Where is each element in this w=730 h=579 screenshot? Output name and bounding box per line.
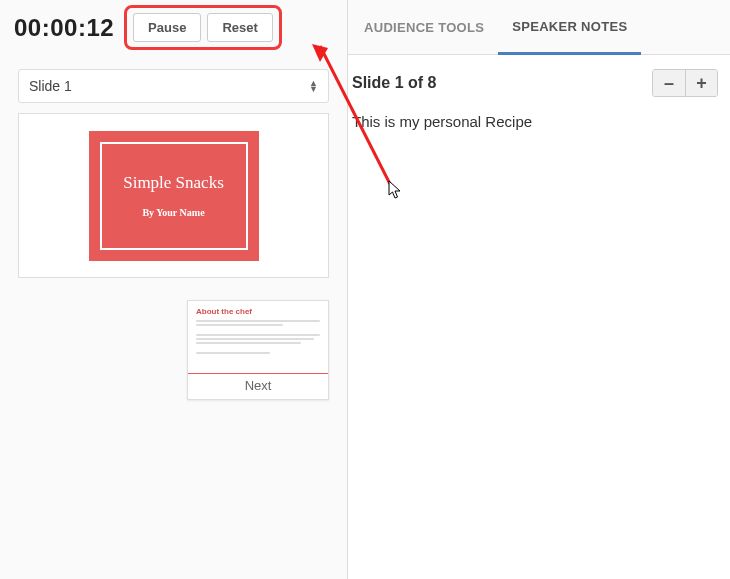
- zoom-in-button[interactable]: +: [685, 70, 717, 96]
- zoom-controls: – +: [652, 69, 718, 97]
- next-slide-heading: About the chef: [196, 307, 320, 316]
- next-slide-preview[interactable]: About the chef Next: [187, 300, 329, 400]
- slide-subtitle: By Your Name: [142, 207, 204, 218]
- reset-button[interactable]: Reset: [207, 13, 272, 42]
- pause-button[interactable]: Pause: [133, 13, 201, 42]
- tab-speaker-notes[interactable]: SPEAKER NOTES: [498, 0, 641, 55]
- next-label: Next: [188, 374, 328, 399]
- spinner-icon: ▲▼: [309, 80, 318, 92]
- slide-selector-label: Slide 1: [29, 78, 72, 94]
- current-slide-preview[interactable]: Simple Snacks By Your Name: [18, 113, 329, 278]
- timer-display: 00:00:12: [14, 14, 114, 42]
- timer-buttons-highlight: Pause Reset: [124, 5, 282, 50]
- notes-slide-indicator: Slide 1 of 8: [352, 74, 436, 92]
- left-panel: 00:00:12 Pause Reset Slide 1 ▲▼ Simple S…: [0, 0, 348, 579]
- slide-selector[interactable]: Slide 1 ▲▼: [18, 69, 329, 103]
- zoom-out-button[interactable]: –: [653, 70, 685, 96]
- tab-audience-tools[interactable]: AUDIENCE TOOLS: [350, 0, 498, 54]
- right-panel: AUDIENCE TOOLS SPEAKER NOTES Slide 1 of …: [348, 0, 730, 579]
- speaker-notes-text: This is my personal Recipe: [348, 109, 730, 134]
- slide-title: Simple Snacks: [123, 173, 224, 193]
